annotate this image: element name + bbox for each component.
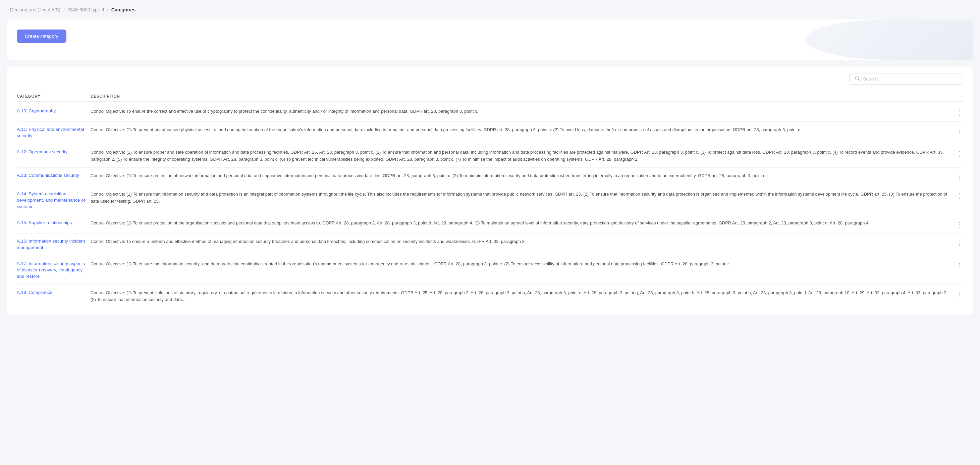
table-row: A.13: Communications security Control Ob… xyxy=(17,168,963,186)
column-header-category: CATEGORY ↑ xyxy=(17,94,91,99)
table-row: A.12: Operations security Control Object… xyxy=(17,144,963,168)
table-row: A.11: Physical and environmental securit… xyxy=(17,122,963,144)
table-header: CATEGORY ↑ DESCRIPTION xyxy=(17,91,963,102)
category-name[interactable]: A.18: Compliance xyxy=(17,290,91,296)
category-name[interactable]: A.16: Information security incident mana… xyxy=(17,238,91,251)
table-row: A.16: Information security incident mana… xyxy=(17,234,963,256)
category-name[interactable]: A.11: Physical and environmental securit… xyxy=(17,126,91,139)
category-name[interactable]: A.12: Operations security xyxy=(17,149,91,155)
description-text: Control Objective: To ensure the correct… xyxy=(91,108,953,115)
header-background xyxy=(806,19,973,60)
breadcrumb-current: Categories xyxy=(111,7,135,13)
create-category-button[interactable]: Create category xyxy=(17,30,67,43)
search-input[interactable] xyxy=(863,76,958,81)
row-menu-button[interactable]: ⋮ xyxy=(953,238,963,247)
breadcrumb-declarations[interactable]: Declarations (.legal A/S) xyxy=(10,7,60,13)
description-text: Control Objective: (1) To prevent violat… xyxy=(91,290,953,304)
category-name[interactable]: A.17: Information security aspects of di… xyxy=(17,261,91,280)
category-name[interactable]: A.13: Communications security xyxy=(17,172,91,179)
breadcrumb-sep-1: › xyxy=(63,7,65,13)
table-row: A.18: Compliance Control Objective: (1) … xyxy=(17,285,963,309)
breadcrumb-sep-2: › xyxy=(107,7,108,13)
description-text: Control Objective: (1) To ensure protect… xyxy=(91,220,953,227)
sort-arrow-icon[interactable]: ↑ xyxy=(42,94,44,99)
category-name[interactable]: A.14: System acquisition, development, a… xyxy=(17,191,91,210)
row-menu-button[interactable]: ⋮ xyxy=(953,126,963,135)
breadcrumb: Declarations (.legal A/S) › ISAE 3000 ty… xyxy=(0,0,980,19)
category-name[interactable]: A.10: Cryptography xyxy=(17,108,91,115)
table-row: A.15: Supplier relationships Control Obj… xyxy=(17,215,963,234)
search-wrapper xyxy=(849,73,963,84)
breadcrumb-isae[interactable]: ISAE 3000 type II xyxy=(68,7,104,13)
row-menu-button[interactable]: ⋮ xyxy=(953,261,963,269)
row-menu-button[interactable]: ⋮ xyxy=(953,290,963,298)
search-icon xyxy=(855,76,860,81)
row-menu-button[interactable]: ⋮ xyxy=(953,149,963,158)
description-text: Control Objective: (1) To ensure that in… xyxy=(91,191,953,205)
row-menu-button[interactable]: ⋮ xyxy=(953,191,963,200)
row-menu-button[interactable]: ⋮ xyxy=(953,108,963,117)
column-header-description: DESCRIPTION xyxy=(91,94,953,99)
header-section: Create category xyxy=(7,19,973,60)
category-name[interactable]: A.15: Supplier relationships xyxy=(17,220,91,226)
row-menu-button[interactable]: ⋮ xyxy=(953,220,963,228)
main-section: CATEGORY ↑ DESCRIPTION A.10: Cryptograph… xyxy=(7,67,973,315)
description-text: Control Objective: To ensure a uniform a… xyxy=(91,238,953,245)
description-text: Control Objective: (1) To ensure that in… xyxy=(91,261,953,268)
search-bar-row xyxy=(17,73,963,84)
table-row: A.10: Cryptography Control Objective: To… xyxy=(17,104,963,122)
table-row: A.17: Information security aspects of di… xyxy=(17,256,963,285)
svg-line-1 xyxy=(859,80,860,81)
description-text: Control Objective: (1) To prevent unauth… xyxy=(91,126,953,134)
table-body: A.10: Cryptography Control Objective: To… xyxy=(17,104,963,308)
description-text: Control Objective: (1) To ensure protect… xyxy=(91,172,953,180)
row-menu-button[interactable]: ⋮ xyxy=(953,172,963,181)
description-text: Control Objective: (1) To ensure proper … xyxy=(91,149,953,163)
table-row: A.14: System acquisition, development, a… xyxy=(17,186,963,215)
